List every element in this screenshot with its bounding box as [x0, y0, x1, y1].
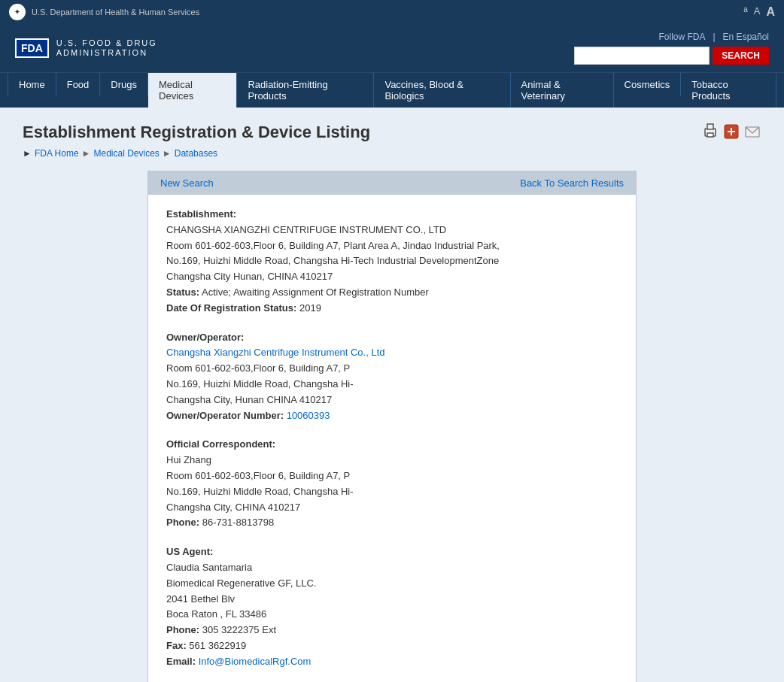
establishment-date: Date Of Registration Status: 2019	[166, 301, 618, 317]
agent-company: Biomedical Regenerative GF, LLC.	[166, 576, 618, 592]
establishment-address3: Changsha City Hunan, CHINA 410217	[166, 269, 618, 285]
search-button[interactable]: SEARCH	[713, 47, 769, 65]
print-icon[interactable]	[701, 123, 719, 141]
correspondent-address2: No.169, Huizhi Middle Road, Changsha Hi-	[166, 484, 618, 500]
nav-item-tobacco[interactable]: Tobacco Products	[681, 73, 776, 108]
back-to-results-link[interactable]: Back To Search Results	[520, 177, 624, 189]
main-nav: Home Food Drugs Medical Devices Radiatio…	[0, 72, 784, 108]
correspondent-phone: Phone: 86-731-8813798	[166, 515, 618, 531]
agent-fax: Fax: 561 3622919	[166, 638, 618, 654]
nav-item-food[interactable]: Food	[56, 73, 101, 108]
agent-label: US Agent:	[166, 546, 213, 557]
page-actions	[701, 123, 761, 141]
fda-box: FDA	[15, 38, 49, 58]
add-icon[interactable]	[722, 123, 740, 141]
result-body: Establishment: CHANGSHA XIANGZHI CENTRIF…	[148, 195, 636, 682]
svg-rect-1	[707, 124, 713, 129]
en-espanol-link[interactable]: En Español	[723, 32, 769, 42]
nav-item-radiation[interactable]: Radiation-Emitting Products	[237, 73, 374, 108]
search-bar: SEARCH	[574, 47, 769, 65]
page-title: Establishment Registration & Device List…	[23, 123, 370, 142]
main-content: Establishment Registration & Device List…	[0, 108, 784, 682]
correspondent-address1: Room 601-602-603,Floor 6, Building A7, P	[166, 468, 618, 484]
owner-name-link[interactable]: Changsha Xiangzhi Centrifuge Instrument …	[166, 347, 385, 358]
agent-address2: Boca Raton , FL 33486	[166, 607, 618, 623]
correspondent-address3: Changsha City, CHINA 410217	[166, 500, 618, 516]
correspondent-name: Hui Zhang	[166, 453, 618, 468]
search-input[interactable]	[574, 47, 710, 65]
owner-number-link[interactable]: 10060393	[287, 410, 330, 421]
breadcrumb-arrow: ►	[23, 148, 32, 159]
page-title-area: Establishment Registration & Device List…	[23, 123, 761, 142]
breadcrumb-fda-home[interactable]: FDA Home	[35, 148, 79, 159]
agent-email: Email: Info@BiomedicalRgf.Com	[166, 654, 618, 670]
correspondent-label: Official Correspondent:	[166, 438, 275, 450]
result-box: New Search Back To Search Results Establ…	[147, 171, 637, 682]
gov-bar: ✦ U.S. Department of Health & Human Serv…	[0, 0, 784, 24]
owner-label: Owner/Operator:	[166, 332, 244, 343]
owner-section: Owner/Operator: Changsha Xiangzhi Centri…	[166, 330, 618, 424]
svg-rect-2	[707, 133, 713, 137]
nav-item-animal[interactable]: Animal & Veterinary	[511, 73, 614, 108]
agent-email-link[interactable]: Info@BiomedicalRgf.Com	[199, 656, 311, 667]
breadcrumb: ► FDA Home ► Medical Devices ► Databases	[23, 148, 761, 159]
nav-item-medical-devices[interactable]: Medical Devices	[148, 73, 237, 108]
nav-item-drugs[interactable]: Drugs	[100, 73, 148, 108]
email-icon[interactable]	[743, 123, 761, 141]
breadcrumb-medical-devices[interactable]: Medical Devices	[93, 148, 159, 159]
establishment-address1: Room 601-602-603,Floor 6, Building A7, P…	[166, 238, 618, 254]
new-search-link[interactable]: New Search	[160, 177, 214, 189]
establishment-section: Establishment: CHANGSHA XIANGZHI CENTRIF…	[166, 207, 618, 317]
owner-address1: Room 601-602-603,Floor 6, Building A7, P	[166, 361, 618, 377]
header: FDA U.S. FOOD & DRUG ADMINISTRATION Foll…	[0, 24, 784, 72]
header-right: Follow FDA | En Español SEARCH	[574, 32, 769, 65]
fda-logo: FDA U.S. FOOD & DRUG ADMINISTRATION	[15, 38, 157, 58]
hhs-logo: ✦	[9, 4, 26, 20]
header-links: Follow FDA | En Español	[658, 32, 769, 42]
font-size-medium[interactable]: A	[754, 5, 761, 19]
agent-name: Claudia Santamaria	[166, 560, 618, 576]
font-size-large[interactable]: A	[766, 5, 775, 19]
font-size-small[interactable]: a	[743, 5, 748, 19]
agent-section: US Agent: Claudia Santamaria Biomedical …	[166, 544, 618, 669]
establishment-name: CHANGSHA XIANGZHI CENTRIFUGE INSTRUMENT …	[166, 223, 618, 238]
establishment-label: Establishment:	[166, 208, 236, 220]
correspondent-section: Official Correspondent: Hui Zhang Room 6…	[166, 437, 618, 531]
establishment-status: Status: Active; Awaiting Assignment Of R…	[166, 285, 618, 301]
establishment-address2: No.169, Huizhi Middle Road, Changsha Hi-…	[166, 253, 618, 269]
breadcrumb-databases[interactable]: Databases	[175, 148, 217, 159]
owner-address2: No.169, Huizhi Middle Road, Changsha Hi-	[166, 377, 618, 393]
result-header: New Search Back To Search Results	[148, 171, 636, 195]
gov-bar-title: U.S. Department of Health & Human Servic…	[32, 8, 199, 17]
nav-item-vaccines[interactable]: Vaccines, Blood & Biologics	[374, 73, 510, 108]
follow-fda-link[interactable]: Follow FDA	[658, 32, 705, 42]
agent-phone: Phone: 305 3222375 Ext	[166, 623, 618, 638]
owner-number: Owner/Operator Number: 10060393	[166, 408, 618, 424]
nav-item-cosmetics[interactable]: Cosmetics	[614, 73, 682, 108]
agent-address1: 2041 Bethel Blv	[166, 592, 618, 608]
nav-item-home[interactable]: Home	[8, 73, 56, 108]
fda-title: U.S. FOOD & DRUG ADMINISTRATION	[56, 38, 157, 58]
owner-address3: Changsha City, Hunan CHINA 410217	[166, 393, 618, 408]
